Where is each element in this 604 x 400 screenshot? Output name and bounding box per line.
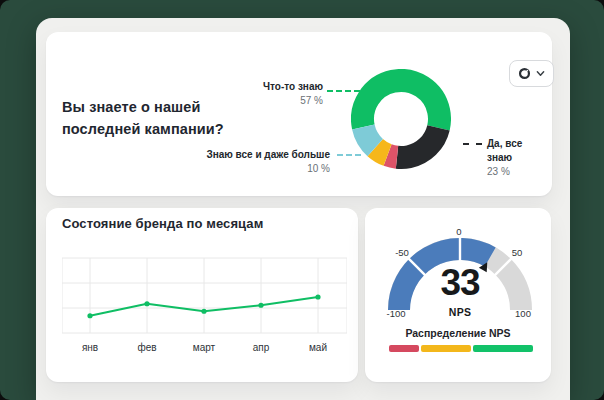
donut-callout-value: 57 %	[203, 94, 323, 108]
x-axis-label: фев	[137, 342, 156, 353]
callout-leader-line	[337, 154, 361, 156]
bar-segment-promoters	[473, 345, 533, 352]
data-point	[87, 313, 92, 318]
dashboard-panel: Вы знаете о нашей последней кампании? Чт…	[36, 18, 570, 400]
x-axis-label: апр	[253, 342, 270, 353]
chart-type-dropdown[interactable]	[509, 60, 554, 87]
data-point	[144, 301, 149, 306]
bar-segment-detractors	[389, 345, 419, 352]
donut-callout-value: 23 %	[487, 165, 549, 179]
donut-callout-value: 10 %	[140, 162, 330, 176]
donut-callout-label: Знаю все и даже больше	[140, 148, 330, 162]
line-chart: янвфевмартапрмай	[62, 254, 347, 362]
donut-chart	[351, 69, 451, 169]
chevron-down-icon	[536, 69, 545, 78]
data-point	[315, 294, 320, 299]
nps-distribution-bar	[389, 345, 533, 352]
donut-callout-know-more: Знаю все и даже больше 10 %	[140, 148, 330, 176]
gauge-unit-label: NPS	[425, 306, 495, 318]
nps-distribution-title: Распределение NPS	[365, 327, 551, 339]
data-point	[258, 303, 263, 308]
gauge-tick: 0	[444, 226, 474, 237]
callout-leader-line	[463, 143, 482, 145]
gauge-tick: -50	[387, 247, 417, 258]
card-brand-trend: Состояние бренда по месяцам янвфевмартап…	[46, 208, 358, 382]
gauge-tick: 50	[502, 247, 532, 258]
gauge-value: 33	[415, 264, 505, 302]
x-axis-label: март	[193, 342, 216, 353]
x-axis-label: май	[309, 342, 327, 353]
callout-leader-line	[327, 90, 360, 92]
donut-callout-label: Да, все знаю	[487, 137, 549, 165]
bar-segment-passives	[421, 345, 471, 352]
dashboard-background: Вы знаете о нашей последней кампании? Чт…	[0, 0, 604, 400]
card-campaign-awareness: Вы знаете о нашей последней кампании? Чт…	[46, 32, 552, 196]
x-axis-label: янв	[82, 342, 98, 353]
donut-callout-label: Что-то знаю	[203, 80, 323, 94]
gauge-tick-min: -100	[381, 308, 411, 319]
donut-callout-something: Что-то знаю 57 %	[203, 80, 323, 108]
brand-trend-title: Состояние бренда по месяцам	[62, 216, 263, 231]
gauge-tick-max: 100	[508, 308, 538, 319]
data-point	[201, 309, 206, 314]
donut-callout-know-all: Да, все знаю 23 %	[487, 137, 549, 179]
card-nps-gauge: -100 -50 0 50 100 33 NPS Распределение N…	[365, 208, 551, 382]
donut-chart-icon	[518, 67, 531, 80]
